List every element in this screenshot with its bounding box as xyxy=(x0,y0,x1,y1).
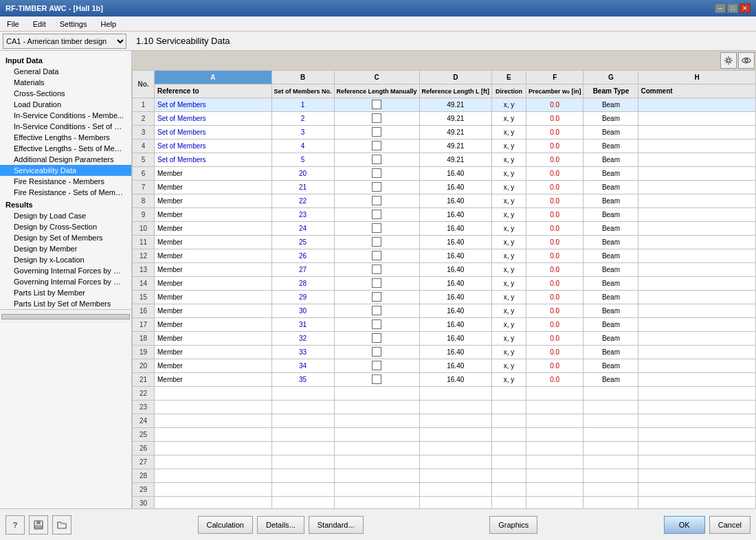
cell-reference[interactable] xyxy=(155,469,272,483)
cell-comment[interactable] xyxy=(638,236,756,249)
cell-manually[interactable] xyxy=(334,263,419,277)
sidebar-item-governing-forces-m[interactable]: Governing Internal Forces by M... xyxy=(0,265,131,276)
cell-manually[interactable] xyxy=(334,332,419,346)
cell-reference[interactable]: Member xyxy=(155,236,272,249)
cell-comment[interactable] xyxy=(638,359,756,373)
sidebar-item-fire-resistance-members[interactable]: Fire Resistance - Members xyxy=(0,176,131,187)
cell-direction[interactable] xyxy=(491,414,526,428)
cell-beam-type[interactable]: Beam xyxy=(583,277,638,291)
cell-direction[interactable] xyxy=(491,483,526,497)
cell-precamber[interactable] xyxy=(526,442,583,455)
cell-direction[interactable] xyxy=(491,497,526,509)
cell-comment[interactable] xyxy=(638,469,756,483)
checkbox-manually[interactable] xyxy=(372,155,381,164)
cell-reference[interactable]: Set of Members xyxy=(155,126,272,139)
cell-manually[interactable] xyxy=(334,126,419,139)
cell-length[interactable] xyxy=(419,428,491,442)
checkbox-manually[interactable] xyxy=(372,127,381,137)
standard-button[interactable]: Standard... xyxy=(309,516,364,534)
cell-precamber[interactable]: 0.0 xyxy=(526,332,583,346)
cell-direction[interactable] xyxy=(491,455,526,469)
cell-direction[interactable]: x, y xyxy=(491,346,526,359)
sidebar-item-parts-list-member[interactable]: Parts List by Member xyxy=(0,287,131,298)
cell-reference[interactable]: Member xyxy=(155,167,272,181)
checkbox-manually[interactable] xyxy=(372,182,381,192)
cell-comment[interactable] xyxy=(638,249,756,263)
cell-direction[interactable]: x, y xyxy=(491,139,526,153)
cell-precamber[interactable]: 0.0 xyxy=(526,346,583,359)
cell-direction[interactable] xyxy=(491,428,526,442)
cell-comment[interactable] xyxy=(638,304,756,318)
checkbox-manually[interactable] xyxy=(372,319,381,329)
checkbox-manually[interactable] xyxy=(372,113,381,123)
checkbox-manually[interactable] xyxy=(372,347,381,357)
cell-direction[interactable]: x, y xyxy=(491,359,526,373)
cell-beam-type[interactable]: Beam xyxy=(583,291,638,304)
cell-set-number[interactable]: 1 xyxy=(271,98,334,112)
cell-set-number[interactable]: 2 xyxy=(271,112,334,126)
cell-comment[interactable] xyxy=(638,98,756,112)
sidebar-item-design-cross-section[interactable]: Design by Cross-Section xyxy=(0,221,131,232)
checkbox-manually[interactable] xyxy=(372,237,381,247)
cell-precamber[interactable] xyxy=(526,469,583,483)
cell-precamber[interactable]: 0.0 xyxy=(526,263,583,277)
cell-comment[interactable] xyxy=(638,346,756,359)
cell-precamber[interactable]: 0.0 xyxy=(526,194,583,208)
cell-reference[interactable]: Set of Members xyxy=(155,112,272,126)
cell-direction[interactable]: x, y xyxy=(491,332,526,346)
cell-manually[interactable] xyxy=(334,387,419,401)
cell-beam-type[interactable]: Beam xyxy=(583,332,638,346)
cell-set-number[interactable]: 21 xyxy=(271,181,334,194)
cell-comment[interactable] xyxy=(638,414,756,428)
cell-beam-type[interactable] xyxy=(583,428,638,442)
cell-set-number[interactable] xyxy=(271,414,334,428)
cell-manually[interactable] xyxy=(334,483,419,497)
cell-set-number[interactable]: 4 xyxy=(271,139,334,153)
menu-settings[interactable]: Settings xyxy=(56,19,91,30)
cell-length[interactable]: 16.40 xyxy=(419,291,491,304)
cell-length[interactable]: 16.40 xyxy=(419,332,491,346)
cell-reference[interactable]: Set of Members xyxy=(155,153,272,167)
cell-comment[interactable] xyxy=(638,387,756,401)
cell-set-number[interactable]: 24 xyxy=(271,222,334,236)
cell-set-number[interactable]: 32 xyxy=(271,332,334,346)
cell-direction[interactable]: x, y xyxy=(491,291,526,304)
cell-direction[interactable]: x, y xyxy=(491,194,526,208)
cell-length[interactable] xyxy=(419,414,491,428)
cell-length[interactable]: 16.40 xyxy=(419,249,491,263)
cell-comment[interactable] xyxy=(638,401,756,414)
cell-precamber[interactable]: 0.0 xyxy=(526,277,583,291)
cell-manually[interactable] xyxy=(334,414,419,428)
eye-icon-btn[interactable] xyxy=(738,52,755,69)
cell-manually[interactable] xyxy=(334,222,419,236)
cell-set-number[interactable]: 5 xyxy=(271,153,334,167)
cell-reference[interactable]: Member xyxy=(155,373,272,387)
cell-beam-type[interactable]: Beam xyxy=(583,222,638,236)
cell-manually[interactable] xyxy=(334,249,419,263)
checkbox-manually[interactable] xyxy=(372,223,381,233)
cell-set-number[interactable]: 27 xyxy=(271,263,334,277)
cell-length[interactable]: 49.21 xyxy=(419,98,491,112)
cell-set-number[interactable]: 23 xyxy=(271,208,334,222)
cell-precamber[interactable]: 0.0 xyxy=(526,167,583,181)
cell-comment[interactable] xyxy=(638,194,756,208)
sidebar-item-cross-sections[interactable]: Cross-Sections xyxy=(0,88,131,99)
sidebar-item-design-load-case[interactable]: Design by Load Case xyxy=(0,210,131,221)
cell-precamber[interactable]: 0.0 xyxy=(526,126,583,139)
cell-reference[interactable] xyxy=(155,387,272,401)
cell-manually[interactable] xyxy=(334,346,419,359)
cancel-button[interactable]: Cancel xyxy=(709,516,751,534)
cell-reference[interactable]: Member xyxy=(155,208,272,222)
cell-beam-type[interactable]: Beam xyxy=(583,236,638,249)
cell-length[interactable]: 49.21 xyxy=(419,112,491,126)
cell-beam-type[interactable] xyxy=(583,387,638,401)
cell-beam-type[interactable]: Beam xyxy=(583,153,638,167)
cell-beam-type[interactable]: Beam xyxy=(583,304,638,318)
cell-comment[interactable] xyxy=(638,483,756,497)
cell-direction[interactable]: x, y xyxy=(491,318,526,332)
cell-precamber[interactable]: 0.0 xyxy=(526,181,583,194)
cell-direction[interactable]: x, y xyxy=(491,167,526,181)
cell-length[interactable]: 16.40 xyxy=(419,318,491,332)
sidebar-scrollbar[interactable] xyxy=(1,314,130,319)
cell-reference[interactable] xyxy=(155,428,272,442)
